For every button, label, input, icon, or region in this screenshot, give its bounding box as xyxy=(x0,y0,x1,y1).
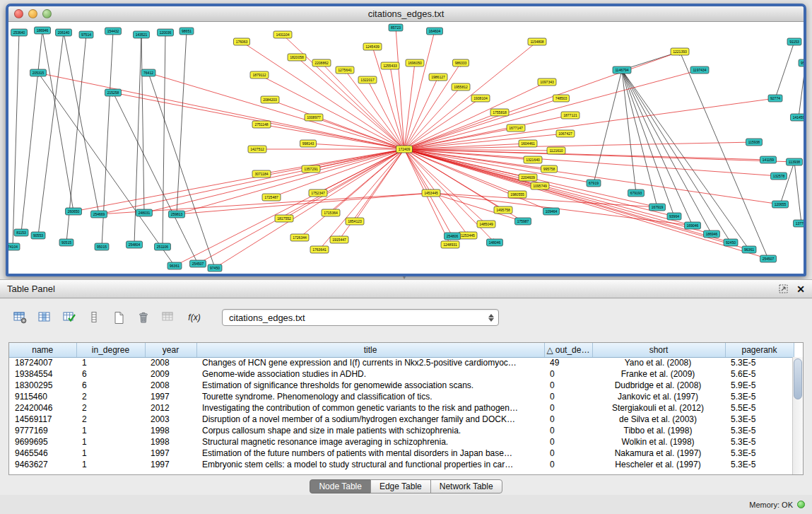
graph-node[interactable]: 186946 xyxy=(704,230,720,238)
table-cell[interactable]: 2008 xyxy=(145,380,196,391)
table-row[interactable]: 969969511998Structural magnetic resonanc… xyxy=(9,436,794,448)
graph-node[interactable]: 92450 xyxy=(724,239,738,246)
graph-node[interactable]: 141159 xyxy=(760,156,777,163)
tab-edge-table[interactable]: Edge Table xyxy=(370,479,431,493)
graph-node[interactable]: 1322017 xyxy=(358,76,377,83)
graph-node[interactable]: 1275641 xyxy=(336,66,354,74)
column-header-in_degree[interactable]: in_degree xyxy=(76,343,145,357)
window-titlebar[interactable]: citations_edges.txt xyxy=(8,6,804,22)
graph-node[interactable]: 1321640 xyxy=(524,156,542,163)
table-row[interactable]: 1456911722003Disruption of a novel membe… xyxy=(9,414,794,425)
graph-node[interactable]: 1879112 xyxy=(250,71,269,78)
table-cell[interactable]: Estimation of significance thresholds fo… xyxy=(196,380,544,391)
table-cell[interactable]: 1 xyxy=(76,459,145,470)
table-scrollbar-thumb[interactable] xyxy=(794,358,802,399)
table-cell[interactable]: Corpus callosum shape and size in male p… xyxy=(196,425,544,436)
graph-node[interactable]: 167919 xyxy=(649,204,666,211)
table-cell[interactable]: 9777169 xyxy=(9,425,76,436)
graph-node[interactable]: 254507 xyxy=(760,255,777,262)
graph-node[interactable]: 91153 xyxy=(787,38,801,45)
table-cell[interactable]: 2 xyxy=(76,391,145,402)
table-cell[interactable]: 2012 xyxy=(145,402,196,414)
graph-node[interactable]: 1253445 xyxy=(459,232,477,239)
graph-node[interactable]: 205315 xyxy=(30,69,47,76)
graph-node[interactable]: 259813 xyxy=(169,211,185,218)
table-cell[interactable]: 0 xyxy=(544,414,592,425)
table-cell[interactable]: 22420046 xyxy=(9,402,76,414)
table-cell[interactable]: Wolkin et al. (1998) xyxy=(592,436,725,448)
close-window-button[interactable] xyxy=(14,9,23,18)
graph-node[interactable]: 679193 xyxy=(628,189,645,197)
graph-node[interactable]: 254669 xyxy=(91,211,107,218)
graph-node[interactable]: 67919 xyxy=(587,180,601,187)
graph-node[interactable]: 254804 xyxy=(126,241,143,248)
table-row[interactable]: 946362711997Embryonic stem cells: a mode… xyxy=(9,459,794,470)
graph-node[interactable]: 154432 xyxy=(105,28,122,35)
graph-node[interactable]: 1097343 xyxy=(538,78,556,86)
table-row[interactable]: 1872400712008Changes of HCN gene express… xyxy=(9,357,794,368)
graph-node[interactable]: 1696050 xyxy=(406,59,424,66)
graph-node[interactable]: 141459 xyxy=(791,114,804,121)
graph-node[interactable]: 1938104 xyxy=(471,95,490,102)
graph-node[interactable]: 186946 xyxy=(35,27,51,34)
table-cell[interactable]: 0 xyxy=(544,448,592,459)
graph-node[interactable]: 132578 xyxy=(771,173,787,180)
graph-node[interactable]: 1604461 xyxy=(519,140,537,147)
column-header-name[interactable]: name xyxy=(9,343,76,357)
table-row[interactable]: 1830029562008Estimation of significance … xyxy=(9,380,794,391)
table-cell[interactable]: Dudbridge et al. (2008) xyxy=(592,380,725,391)
table-cell[interactable]: 2009 xyxy=(145,368,196,380)
table-cell[interactable]: 2 xyxy=(76,414,145,425)
table-cell[interactable]: Changes of HCN gene expression and I(f) … xyxy=(196,357,544,368)
graph-node[interactable]: 995758 xyxy=(541,165,558,173)
table-row[interactable]: 977716911998Corpus callosum shape and si… xyxy=(9,425,794,436)
graph-node[interactable]: 1955812 xyxy=(452,83,470,90)
table-cell[interactable]: 18300295 xyxy=(9,380,76,391)
table-cell[interactable]: Yano et al. (2008) xyxy=(592,357,725,368)
graph-node[interactable]: 97450 xyxy=(208,264,222,271)
table-row[interactable]: 1938455462009Genome-wide association stu… xyxy=(9,368,794,380)
table-cell[interactable]: 14569117 xyxy=(9,414,76,425)
table-cell[interactable]: 1 xyxy=(76,357,145,368)
table-cell[interactable]: 18724007 xyxy=(9,357,76,368)
column-header-pagerank[interactable]: pagerank xyxy=(725,343,794,357)
table-cell[interactable]: 2003 xyxy=(145,414,196,425)
table-cell[interactable]: 5.3E-5 xyxy=(725,425,794,436)
table-row[interactable]: 946554611997Estimation of the future num… xyxy=(9,448,794,459)
table-cell[interactable]: 19384554 xyxy=(9,368,76,380)
graph-node[interactable]: 986333 xyxy=(453,59,469,66)
table-cell[interactable]: 1998 xyxy=(145,436,196,448)
network-canvas[interactable]: 1724091879112208420327511481427512307118… xyxy=(8,22,804,274)
table-cell[interactable]: 5.3E-5 xyxy=(725,391,794,402)
graph-node[interactable]: 1453445 xyxy=(422,189,440,197)
graph-node[interactable]: 143521 xyxy=(134,31,150,38)
table-cell[interactable]: 5.3E-5 xyxy=(725,436,794,448)
table-cell[interactable]: 49 xyxy=(544,357,592,368)
table-cell[interactable]: Tibbo et al. (1998) xyxy=(592,425,725,436)
graph-node[interactable]: 115938 xyxy=(746,139,763,146)
table-cell[interactable]: Nakamura et al. (1997) xyxy=(592,448,725,459)
table-cell[interactable]: 1997 xyxy=(145,391,196,402)
table-cell[interactable]: 0 xyxy=(544,459,592,470)
graph-node[interactable]: 251106 xyxy=(155,243,171,250)
table-cell[interactable]: 0 xyxy=(544,425,592,436)
table-cell[interactable]: 0 xyxy=(544,380,592,391)
table-cell[interactable]: de Silva et al. (2003) xyxy=(592,414,725,425)
graph-node[interactable]: 1008977 xyxy=(305,114,323,121)
table-cell[interactable]: 1997 xyxy=(145,448,196,459)
graph-node[interactable]: 1067427 xyxy=(556,130,575,137)
graph-node[interactable]: 113938 xyxy=(787,158,803,165)
table-cell[interactable]: 1 xyxy=(76,425,145,436)
graph-node[interactable]: 93964 xyxy=(667,213,681,220)
graph-node[interactable]: 98651 xyxy=(180,28,194,35)
graph-node[interactable]: 2204609 xyxy=(519,174,537,181)
column-header-short[interactable]: short xyxy=(592,343,725,357)
delete-table-icon[interactable] xyxy=(134,308,153,327)
table-cell[interactable]: Franke et al. (2009) xyxy=(592,368,725,380)
table-cell[interactable]: Tourette syndrome. Phenomenology and cla… xyxy=(196,391,544,402)
table-cell[interactable]: 9463627 xyxy=(9,459,76,470)
table-cell[interactable]: 0 xyxy=(544,402,592,414)
graph-node[interactable]: 1752347 xyxy=(309,189,327,197)
table-cell[interactable]: 2008 xyxy=(145,357,196,368)
table-cell[interactable]: 5.3E-5 xyxy=(725,459,794,470)
